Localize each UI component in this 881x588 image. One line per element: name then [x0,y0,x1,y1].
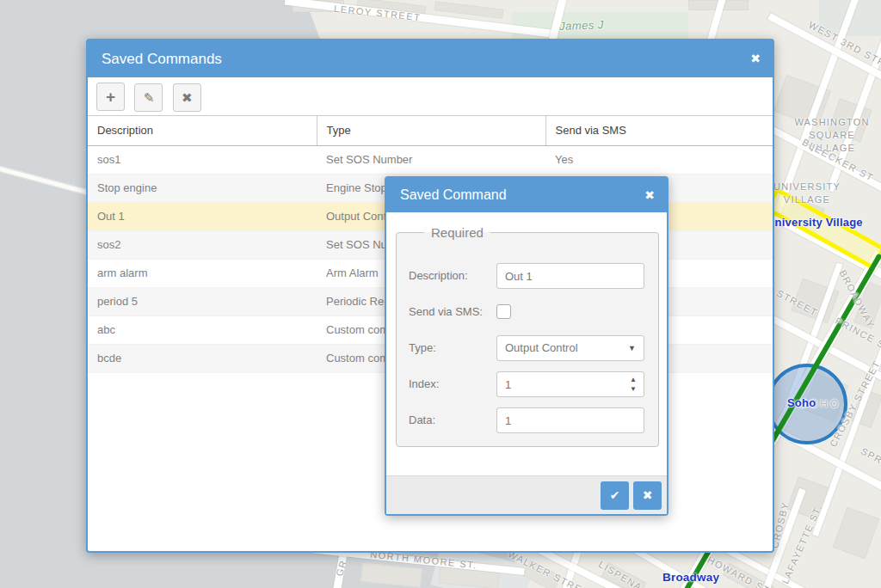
dialog-title: Saved Command [386,178,507,212]
cell-description: Out 1 [88,202,317,230]
type-select[interactable]: Output Control▼ [496,335,644,361]
cell-type: Set SOS Number [317,145,545,174]
cell-description: Stop engine [88,174,317,202]
spinner-up-icon[interactable]: ▲ [627,375,639,384]
index-spinner: ▲▼ [496,371,644,397]
edit-command-button[interactable]: ✎ [134,83,163,112]
close-icon[interactable]: ✖ [644,178,655,212]
required-fieldset: Required Description: Send via SMS: Type… [396,225,659,447]
cell-description: sos2 [88,230,317,259]
type-field-row: Type:Output Control▼ [409,335,648,361]
cell-description: period 5 [88,287,317,315]
spinner-buttons: ▲▼ [627,375,639,394]
poi-label-soho: Soho [787,396,816,409]
send-via-sms-label: Send via SMS: [409,299,496,318]
sms-field-row: Send via SMS: [409,299,648,325]
index-field-row: Index:▲▼ [409,371,648,397]
cell-description: bcde [88,344,317,372]
send-via-sms-checkbox[interactable] [496,304,511,319]
commands-toolbar: + ✎ ✖ [88,77,773,116]
column-header-send-via-sms[interactable]: Send via SMS [545,116,773,145]
saved-commands-dialog-header[interactable]: Saved Commands ✖ [88,40,773,77]
description-input[interactable] [496,263,644,289]
cell-description: sos1 [88,145,317,174]
cell-description: arm alarm [88,259,317,287]
add-command-button[interactable]: + [96,83,125,111]
index-label: Index: [409,371,496,390]
form-body: Required Description: Send via SMS: Type… [386,212,667,475]
table-row[interactable]: sos1 Set SOS Number Yes [88,145,773,174]
delete-command-button[interactable]: ✖ [173,83,201,112]
poi-label-university-village: University Village [767,216,863,229]
fieldset-legend: Required [424,225,490,240]
index-input[interactable] [497,372,618,396]
saved-command-form-dialog: Saved Command ✖ Required Description: Se… [385,176,668,516]
area-label-university-village: UNIVERSITY VILLAGE [768,181,846,206]
description-label: Description: [409,263,496,282]
table-header-row: Description Type Send via SMS [88,116,773,145]
building [833,507,880,560]
cell-description: abc [88,315,317,344]
type-select-value: Output Control [505,341,578,354]
confirm-button[interactable]: ✔ [601,481,629,510]
column-header-description[interactable]: Description [88,116,317,145]
form-footer: ✔ ✖ [386,475,667,514]
spinner-down-icon[interactable]: ▼ [627,384,639,394]
cancel-button[interactable]: ✖ [633,481,662,510]
area-label-washington-square-village: WASHINGTON SQUARE VILLAGE [785,116,879,155]
cell-sms: Yes [545,145,773,174]
park-label-james-walker: James J [559,18,604,33]
column-header-type[interactable]: Type [317,116,545,145]
data-label: Data: [409,407,496,426]
data-input[interactable] [496,407,644,433]
description-field-row: Description: [409,263,648,289]
chevron-down-icon[interactable]: ▼ [628,336,636,360]
poi-label-broadway: Broadway [662,571,719,584]
data-field-row: Data: [409,407,648,433]
saved-command-dialog-header[interactable]: Saved Command ✖ [386,178,667,212]
close-icon[interactable]: ✖ [750,40,761,77]
street-label-spring: SPR [859,445,881,465]
type-label: Type: [409,335,496,354]
dialog-title: Saved Commands [88,40,222,77]
